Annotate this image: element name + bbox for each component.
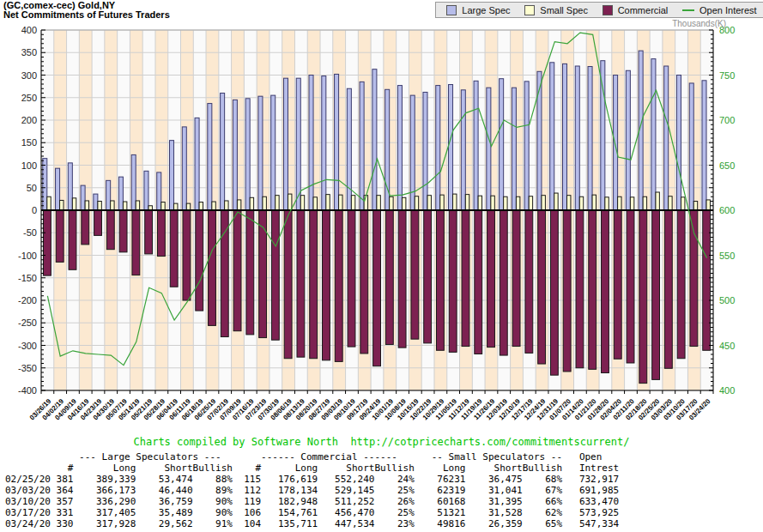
- small-spec-bar: [313, 197, 317, 210]
- commercial-bar: [157, 210, 165, 257]
- large-spec-bar: [372, 70, 377, 210]
- small-spec-bar: [174, 203, 178, 210]
- commercial-bar: [639, 210, 647, 384]
- large-spec-bar: [233, 100, 237, 210]
- large-spec-bar: [360, 82, 364, 210]
- credit-url-link[interactable]: http://cotpricecharts.com/commitmentscur…: [350, 436, 629, 448]
- large-spec-bar: [118, 177, 123, 210]
- small-spec-bar: [605, 197, 609, 210]
- small-spec-bar: [263, 196, 266, 210]
- futures-net-commitments-chart: -400-350-300-250-200-150-100-50050100150…: [0, 0, 763, 455]
- small-spec-bar: [453, 194, 457, 210]
- large-spec-bar: [182, 127, 186, 210]
- left-axis-label: 250: [21, 93, 37, 103]
- credit-text: Charts compiled by Software North: [134, 436, 338, 448]
- large-spec-bar: [702, 81, 706, 210]
- commercial-bar: [398, 210, 406, 348]
- large-spec-bar: [309, 76, 313, 211]
- commercial-bar: [677, 210, 685, 359]
- small-spec-bar: [161, 203, 165, 210]
- large-spec-bar: [283, 78, 288, 210]
- commercial-bar: [487, 210, 495, 348]
- left-axis-label: -50: [23, 227, 37, 238]
- small-spec-bar: [516, 196, 519, 210]
- large-spec-bar: [68, 163, 72, 210]
- large-spec-bar: [81, 185, 85, 210]
- small-spec-bar: [60, 200, 64, 210]
- small-spec-bar: [123, 202, 126, 210]
- commercial-bar: [69, 210, 76, 269]
- small-spec-bar: [351, 196, 354, 210]
- commercial-bar: [411, 210, 419, 339]
- large-spec-bar: [397, 86, 402, 210]
- commercial-bar: [284, 210, 292, 359]
- commercial-bar: [627, 210, 634, 363]
- commercial-bar: [614, 210, 621, 359]
- left-axis-label: 300: [21, 70, 37, 81]
- commercial-bar: [132, 210, 140, 275]
- small-spec-bar: [681, 197, 684, 210]
- small-spec-bar: [693, 202, 697, 211]
- right-axis-label: 650: [719, 160, 735, 171]
- commercial-bar: [196, 210, 203, 311]
- left-axis-label: -100: [18, 251, 37, 261]
- left-axis-label: -150: [18, 273, 37, 283]
- large-spec-bar: [170, 141, 174, 210]
- large-spec-bar: [689, 83, 693, 210]
- small-spec-bar: [237, 200, 240, 210]
- large-spec-bar: [347, 88, 351, 210]
- large-spec-bar: [436, 86, 440, 210]
- small-spec-bar: [504, 196, 507, 210]
- small-spec-bar: [225, 201, 228, 210]
- commercial-bar: [119, 210, 127, 252]
- commercial-bar: [424, 210, 432, 343]
- left-axis-label: 200: [21, 115, 37, 125]
- small-spec-bar: [276, 196, 279, 210]
- small-spec-bar: [111, 201, 114, 210]
- small-spec-bar: [288, 194, 291, 210]
- large-spec-bar: [626, 70, 630, 210]
- cot-chart-page: (GC,comex-cec) Gold,NY Net Commitments o…: [0, 0, 763, 532]
- commercial-bar: [538, 210, 546, 364]
- right-axis-label: 750: [719, 70, 735, 81]
- left-axis-label: 400: [21, 25, 37, 35]
- table-row: 02/25/20 381 389,339 53,474 88% 115 176,…: [5, 474, 619, 485]
- large-spec-bar: [296, 78, 300, 210]
- commercial-bar: [310, 210, 318, 359]
- left-axis-label: 50: [27, 183, 37, 193]
- commercial-bar: [323, 210, 330, 360]
- small-spec-bar: [592, 195, 596, 210]
- table-row: 03/17/20 331 317,405 35,489 90% 106 154,…: [5, 507, 619, 518]
- large-spec-bar: [524, 82, 529, 210]
- large-spec-bar: [461, 90, 465, 210]
- small-spec-bar: [618, 196, 621, 210]
- right-axis-label: 450: [719, 341, 735, 351]
- commercial-bar: [335, 210, 342, 361]
- commercial-bar: [94, 210, 102, 235]
- commercial-bar: [563, 210, 571, 372]
- table-row: 03/03/20 364 366,173 46,440 89% 112 178,…: [5, 485, 619, 496]
- small-spec-bar: [199, 203, 203, 210]
- large-spec-bar: [588, 67, 592, 210]
- large-spec-bar: [550, 63, 554, 210]
- large-spec-bar: [43, 159, 47, 210]
- commercial-bar: [360, 210, 368, 354]
- small-spec-bar: [186, 203, 190, 210]
- large-spec-bar: [258, 96, 263, 210]
- small-spec-bar: [706, 200, 710, 210]
- small-spec-bar: [440, 195, 444, 210]
- small-spec-bar: [390, 196, 393, 210]
- commercial-bar: [475, 210, 482, 354]
- left-axis-label: 150: [21, 137, 37, 148]
- large-spec-bar: [322, 76, 326, 210]
- commercial-bar: [652, 210, 660, 379]
- commercial-bar: [373, 210, 381, 366]
- small-spec-bar: [250, 197, 253, 210]
- large-spec-bar: [131, 154, 136, 210]
- large-spec-bar: [221, 94, 225, 211]
- large-spec-bar: [195, 118, 199, 210]
- left-axis-label: 100: [21, 160, 37, 171]
- large-spec-bar: [144, 171, 148, 210]
- left-axis-label: -400: [18, 385, 37, 396]
- left-axis-label: -300: [18, 341, 37, 351]
